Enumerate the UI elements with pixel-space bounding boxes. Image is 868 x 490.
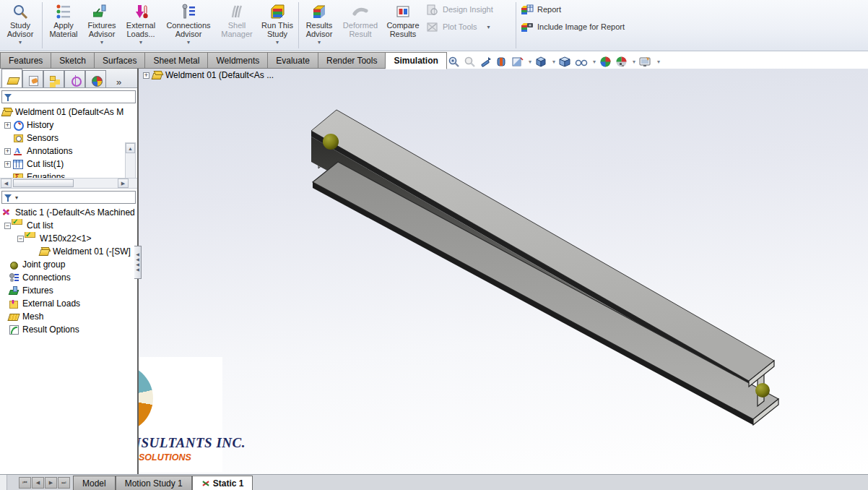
external-loads-button[interactable]: External Loads... ▾ (121, 0, 161, 51)
tab-sketch[interactable]: Sketch (51, 52, 95, 69)
tab-render-tools[interactable]: Render Tools (318, 52, 386, 69)
dropdown-caret[interactable]: ▾ (100, 39, 103, 46)
edit-appearance-icon[interactable] (599, 56, 612, 68)
tree-item-weldment-root[interactable]: Weldment 01 (Default<As M (0, 106, 137, 119)
tree-item-joint-group[interactable]: Joint group (0, 258, 137, 271)
hide-show-items-caret[interactable]: ▾ (593, 59, 596, 65)
include-image-for-report-button[interactable]: Include Image for Report (521, 20, 652, 34)
configurationmanager-tab[interactable] (43, 70, 64, 87)
apply-material-button[interactable]: Apply Material (44, 0, 83, 51)
tab-evaluate[interactable]: Evaluate (268, 52, 318, 69)
dropdown-caret[interactable]: ▾ (187, 39, 190, 46)
zoom-to-area-icon[interactable] (448, 56, 460, 68)
tree-item-external-loads[interactable]: External Loads (0, 297, 137, 310)
flyout-tree-root[interactable]: + Weldment 01 (Default<As ... (143, 70, 274, 80)
tree-item-result-options[interactable]: Result Options (0, 323, 137, 336)
scroll-right-button[interactable]: ▶ (118, 179, 129, 188)
zoom-in-out-icon[interactable] (464, 56, 476, 68)
scroll-left-button[interactable]: ◀ (1, 179, 12, 188)
model-tab[interactable]: Model (73, 476, 116, 490)
hscroll-thumb[interactable] (13, 179, 74, 187)
tree-item-connections[interactable]: Connections (0, 271, 137, 284)
dropdown-caret[interactable]: ▾ (139, 39, 142, 46)
tree-item-label: History (27, 120, 53, 130)
collapse-icon[interactable]: − (17, 236, 24, 242)
filter-caret[interactable]: ▾ (15, 194, 18, 201)
tree-item-cut-list[interactable]: − Cut list (0, 219, 137, 232)
tree-item-cut-list[interactable]: + Cut list(1) (0, 158, 137, 171)
feature-tree-hscrollbar[interactable]: ◀ ▶ (0, 178, 137, 189)
scroll-up-button[interactable]: ▲ (126, 143, 135, 153)
sensors-icon (13, 133, 24, 143)
dropdown-caret[interactable]: ▾ (276, 39, 279, 46)
compare-results-button[interactable]: Compare Results (383, 0, 423, 51)
study-tree-filter[interactable]: ▾ (1, 191, 136, 204)
apply-scene-icon[interactable] (615, 56, 628, 68)
connections-advisor-button[interactable]: Connections Advisor ▾ (161, 0, 216, 51)
rotate-view-icon[interactable] (479, 56, 492, 68)
tab-weldments[interactable]: Weldments (208, 52, 268, 69)
joint-sphere-near[interactable] (323, 134, 339, 150)
bottom-corner-scroll[interactable] (0, 475, 7, 490)
dimxpertmanager-tab[interactable] (64, 70, 85, 87)
expand-icon[interactable]: + (143, 72, 149, 79)
dropdown-caret[interactable]: ▾ (318, 39, 321, 46)
3d-drawing-view-icon[interactable] (495, 56, 508, 68)
propertymanager-tab[interactable] (22, 70, 43, 87)
report-button[interactable]: Report (521, 2, 652, 17)
hide-show-items-icon[interactable] (575, 56, 588, 68)
joint-sphere-far[interactable] (755, 383, 770, 397)
view-orientation-icon[interactable] (535, 56, 547, 68)
tab-sheet-metal[interactable]: Sheet Metal (145, 52, 208, 69)
display-style-icon[interactable] (559, 56, 571, 68)
motion-study-tab[interactable]: Motion Study 1 (116, 476, 192, 490)
displaymanager-tab[interactable] (85, 70, 106, 87)
tree-item-static-study-root[interactable]: Static 1 (-Default<As Machined (0, 206, 137, 219)
tree-item-equations[interactable]: Equations (0, 171, 137, 178)
view-settings-icon[interactable] (639, 56, 652, 68)
view-orientation-caret[interactable]: ▾ (552, 59, 555, 65)
tree-item-label: Mesh (22, 311, 43, 322)
run-this-study-button[interactable]: Run This Study ▾ (258, 0, 297, 51)
study-advisor-button[interactable]: Study Advisor ▾ (0, 0, 40, 51)
tab-simulation[interactable]: Simulation (386, 52, 446, 69)
previous-tab-button[interactable]: ◀ (32, 477, 44, 489)
expand-icon[interactable]: + (4, 122, 11, 129)
tree-item-weldment-body[interactable]: Weldment 01 (-[SW] (0, 245, 137, 258)
static-1-tab[interactable]: Static 1 (192, 476, 253, 490)
plot-tools-button[interactable]: Plot Tools ▾ (426, 20, 511, 34)
last-tab-button[interactable]: ⏭ (58, 477, 70, 489)
feature-tree-vscrollbar[interactable]: ▲ ▼ (125, 142, 136, 178)
view-settings-caret[interactable]: ▾ (657, 59, 660, 65)
tree-item-history[interactable]: + History (0, 119, 137, 132)
apply-scene-caret[interactable]: ▾ (633, 59, 635, 65)
featuremanager-tab[interactable] (1, 69, 22, 87)
tree-item-label: Annotations (27, 146, 72, 156)
expand-icon[interactable]: + (4, 148, 11, 155)
expand-icon[interactable]: + (4, 161, 11, 168)
tab-surfaces[interactable]: Surfaces (95, 52, 145, 69)
button-label: Connections Advisor (161, 21, 216, 38)
first-tab-button[interactable]: ⏮ (19, 477, 31, 489)
tree-item-sensors[interactable]: Sensors (0, 132, 137, 145)
static-study-tab-icon (201, 479, 210, 488)
results-advisor-button[interactable]: Results Advisor ▾ (300, 0, 338, 51)
panel-splitter-handle[interactable]: ◀ ◀ ◀ ◀ (134, 246, 142, 279)
tree-item-mesh[interactable]: Mesh (0, 310, 137, 323)
dropdown-caret[interactable]: ▾ (487, 24, 490, 30)
shell-manager-button[interactable]: Shell Manager (216, 0, 258, 51)
dropdown-caret[interactable]: ▾ (19, 39, 22, 46)
feature-tree-filter[interactable] (1, 90, 136, 103)
section-view-icon[interactable] (511, 56, 524, 68)
deformed-result-button[interactable]: Deformed Result (338, 0, 383, 51)
section-view-caret[interactable]: ▾ (529, 59, 531, 65)
next-tab-button[interactable]: ▶ (45, 477, 57, 489)
tree-item-w150x22[interactable]: − W150x22<1> (0, 232, 137, 245)
collapse-icon[interactable]: − (4, 223, 11, 229)
panel-overflow-chevron[interactable]: » (116, 77, 121, 87)
design-insight-button[interactable]: Design Insight (426, 2, 511, 17)
tree-item-annotations[interactable]: + Annotations (0, 145, 137, 158)
tree-item-fixtures[interactable]: Fixtures (0, 284, 137, 297)
fixtures-advisor-button[interactable]: Fixtures Advisor ▾ (83, 0, 121, 51)
tab-features[interactable]: Features (0, 52, 51, 69)
